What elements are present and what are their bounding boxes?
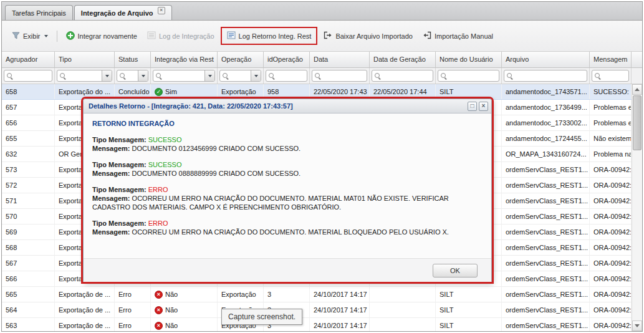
cell-usuario: SILT [436,318,502,331]
integrar-novamente-button[interactable]: Integrar novamente [61,28,142,44]
filter-input-data[interactable] [312,70,367,82]
log-de-integracao-button[interactable]: Log de Integração [142,28,219,44]
column-header-tipo[interactable]: Tipo [55,52,115,67]
chevron-down-icon [44,35,48,37]
filter-input-agrupador[interactable] [4,70,52,82]
dialog-body: RETORNO INTEGRAÇÃO Tipo Mensagem: SUCESS… [84,113,491,282]
cell-mensagem: Problemas er [590,115,632,130]
cell-status: Erro [115,287,151,302]
column-header-rest[interactable]: Integração via Rest [151,52,218,67]
cell-arquivo: ordemServClass_REST1... [502,287,590,302]
filter-cell-usuario [436,68,502,84]
cell-data: 24/10/2017 14:17 [310,302,370,317]
chevron-down-icon [142,75,145,77]
vertical-scrollbar[interactable] [632,84,642,331]
cross-icon: × [155,306,163,314]
filter-input-tipo[interactable] [57,70,112,82]
scroll-down-icon[interactable] [632,321,642,331]
cell-usuario: SILT [436,302,502,317]
cell-data-geracao [370,287,436,302]
message-type-line: Tipo Mensagem: ERRO [92,185,483,194]
filter-dropdown-trigger[interactable] [102,70,112,81]
search-icon [223,73,229,79]
cell-operacao: Exportação [218,84,264,99]
cell-rest: ×Não [151,287,218,302]
filter-input-id-operacao[interactable] [266,70,307,82]
column-header-data-geracao[interactable]: Data de Geração [370,52,436,67]
message-block: Tipo Mensagem: SUCESSOMensagem: DOCUMENT… [92,160,483,178]
cell-mensagem: ORA-00942: [590,302,632,317]
filter-input-arquivo[interactable] [504,70,587,82]
tab-close-icon[interactable]: × [158,7,165,14]
dialog-title: Detalhes Retorno - [Integração: 421, Dat… [89,102,466,110]
message-text-line: Mensagem: DOCUMENTO 0888889999 CRIADO CO… [92,169,483,178]
filter-dropdown-trigger[interactable] [251,70,261,81]
table-row[interactable]: 565Exportação de ...Erro×NãoExportação32… [2,287,633,302]
column-header-data[interactable]: Data [310,52,370,67]
table-row[interactable]: 658Exportação do ...Concluído✓SimExporta… [2,84,633,100]
cell-arquivo: ordemServClass_REST1... [502,318,590,331]
importacao-manual-button[interactable]: Importação Manual [418,28,498,44]
column-header-status[interactable]: Status [115,52,151,67]
dialog-messages: Tipo Mensagem: SUCESSOMensagem: DOCUMENT… [92,135,483,236]
cell-mensagem: SUCESSO: [U [590,84,632,99]
table-row[interactable]: 564Exportação de ...Erro×NãoExportação32… [2,302,633,318]
cell-status: Erro [115,302,151,317]
chevron-down-icon [208,75,212,77]
rest-label: Não [165,302,178,317]
search-icon [156,73,162,79]
scrollbar-thumb[interactable] [633,95,642,150]
filter-input-data-geracao[interactable] [372,70,433,82]
cell-mensagem: ORA-00942: [590,318,632,331]
filter-input-mensagem[interactable] [592,70,629,82]
column-header-mensagem[interactable]: Mensagem [590,52,632,67]
search-icon [375,73,381,79]
ok-button[interactable]: OK [433,264,478,278]
filter-input-usuario[interactable] [438,70,499,82]
filter-cell-id-operacao [264,68,310,84]
cell-agrupador: 573 [2,162,55,177]
column-header-usuario[interactable]: Nome do Usuário [436,52,502,67]
message-type-value: ERRO [148,186,168,193]
cell-data: 24/10/2017 14:17 [310,287,370,302]
capture-screenshot-tooltip: Capture screenshot. [221,309,302,325]
button-label: Log de Integração [159,32,214,40]
cell-rest: ×Não [151,302,218,317]
filter-input-operacao[interactable] [219,70,261,82]
cell-data-geracao [370,302,436,317]
column-header-agrupador[interactable]: Agrupador [2,52,55,67]
restore-icon[interactable]: □ [468,102,477,111]
filter-input-rest[interactable] [153,70,215,82]
dialog-footer: OK [84,258,491,282]
baixar-arquivo-importado-button[interactable]: Baixar Arquivo Importado [319,28,418,44]
log-icon [147,31,156,41]
message-text-line: Mensagem: DOCUMENTO 0123456999 CRIADO CO… [92,144,483,153]
cell-arquivo: OR_MAPA_1343160724... [502,147,590,162]
filter-dropdown-trigger[interactable] [204,70,214,81]
cell-arquivo: ordemServClass_REST1... [502,193,590,208]
table-row[interactable]: 563Exportação de ...Erro×NãoExportação32… [2,318,633,331]
exibir-button[interactable]: Exibir [7,28,53,44]
message-type-value: SUCESSO [148,161,182,168]
search-icon [60,73,66,79]
cell-rest: ×Não [151,318,218,331]
cross-icon: × [155,291,163,299]
message-block: Tipo Mensagem: ERROMensagem: OCORREU UM … [92,219,483,236]
tab-tarefas-principais[interactable]: Tarefas Principais [5,5,73,20]
column-header-operacao[interactable]: Operação [218,52,264,67]
column-header-id-operacao[interactable]: idOperação [264,52,310,67]
tab-integracao-de-arquivo[interactable]: Integração de Arquivo × [74,5,172,20]
close-icon[interactable]: × [479,102,488,111]
scroll-up-icon[interactable] [632,84,642,95]
dialog-titlebar[interactable]: Detalhes Retorno - [Integração: 421, Dat… [84,99,491,113]
detalhes-retorno-dialog: Detalhes Retorno - [Integração: 421, Dat… [83,99,492,282]
cell-agrupador: 656 [2,115,55,130]
column-header-arquivo[interactable]: Arquivo [502,52,590,67]
filter-cell-tipo [55,68,115,84]
cell-mensagem: ORA-00942: [590,209,632,224]
message-type-value: ERRO [148,220,168,227]
filter-dropdown-trigger[interactable] [138,70,148,81]
cell-status: Concluído [115,84,151,99]
log-retorno-integ-rest-button[interactable]: Log Retorno Integ. Rest [222,28,317,44]
filter-input-status[interactable] [117,70,148,82]
